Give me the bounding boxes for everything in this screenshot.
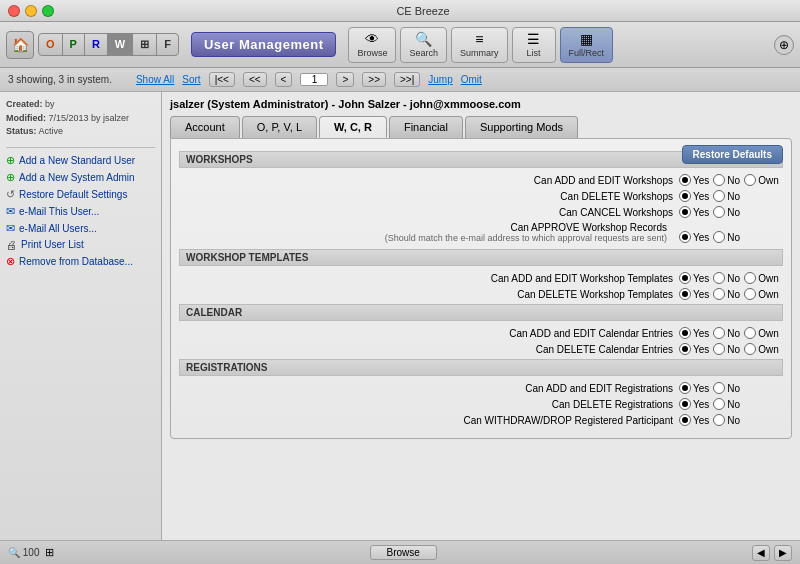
registrations-header: REGISTRATIONS	[179, 359, 783, 376]
radio-dot	[744, 343, 756, 355]
delete-templates-own[interactable]: Own	[744, 288, 779, 300]
radio-dot	[744, 174, 756, 186]
add-standard-action[interactable]: ⊕ Add a New Standard User	[6, 152, 155, 169]
tab-opvl[interactable]: O, P, V, L	[242, 116, 317, 138]
delete-workshops-yes[interactable]: Yes	[679, 190, 709, 202]
withdraw-registrations-label: Can WITHDRAW/DROP Registered Participant	[463, 415, 673, 426]
summary-label: Summary	[460, 48, 499, 58]
toolbar-letter-o[interactable]: O	[39, 34, 63, 55]
delete-workshops-row: Can DELETE Workshops Yes No	[179, 190, 783, 202]
withdraw-registrations-no[interactable]: No	[713, 414, 740, 426]
tab-account[interactable]: Account	[170, 116, 240, 138]
approve-workshops-yes[interactable]: Yes	[679, 231, 709, 243]
approve-workshops-radios: Yes No	[679, 231, 779, 243]
add-edit-registrations-radios: Yes No	[679, 382, 779, 394]
radio-dot	[679, 414, 691, 426]
delete-templates-no[interactable]: No	[713, 288, 740, 300]
delete-registrations-yes[interactable]: Yes	[679, 398, 709, 410]
add-edit-workshops-no[interactable]: No	[713, 174, 740, 186]
nav-next-far-btn[interactable]: >>	[362, 72, 386, 87]
email-all-label: e-Mail All Users...	[19, 223, 97, 234]
remove-label: Remove from Database...	[19, 256, 133, 267]
created-value: by	[45, 99, 55, 109]
tab-financial[interactable]: Financial	[389, 116, 463, 138]
add-plus-icon: ⊕	[6, 154, 15, 167]
add-edit-workshops-yes[interactable]: Yes	[679, 174, 709, 186]
fullrect-button[interactable]: ▦ Full/Rect	[560, 27, 614, 63]
add-edit-workshops-own[interactable]: Own	[744, 174, 779, 186]
radio-dot	[713, 398, 725, 410]
withdraw-registrations-yes[interactable]: Yes	[679, 414, 709, 426]
summary-icon: ≡	[475, 31, 483, 47]
nav-next-btn[interactable]: >	[336, 72, 354, 87]
delete-templates-yes[interactable]: Yes	[679, 288, 709, 300]
toolbar-letter-p[interactable]: P	[63, 34, 85, 55]
tab-supporting-mods[interactable]: Supporting Mods	[465, 116, 578, 138]
delete-calendar-yes[interactable]: Yes	[679, 343, 709, 355]
browse-button[interactable]: 👁 Browse	[348, 27, 396, 63]
radio-dot	[713, 190, 725, 202]
toolbar-letter-f[interactable]: F	[157, 34, 178, 55]
cancel-workshops-row: Can CANCEL Workshops Yes No	[179, 206, 783, 218]
toolbar-letter-grid[interactable]: ⊞	[133, 34, 157, 55]
approve-workshops-no[interactable]: No	[713, 231, 740, 243]
nav-last-btn[interactable]: >>|	[394, 72, 420, 87]
email-all-action[interactable]: ✉ e-Mail All Users...	[6, 220, 155, 237]
search-button[interactable]: 🔍 Search	[400, 27, 447, 63]
zoom-value: 100	[23, 547, 40, 558]
delete-registrations-no[interactable]: No	[713, 398, 740, 410]
sort-link[interactable]: Sort	[182, 74, 200, 85]
cancel-workshops-no[interactable]: No	[713, 206, 740, 218]
status-nav-left[interactable]: ◀	[752, 545, 770, 561]
add-admin-action[interactable]: ⊕ Add a New System Admin	[6, 169, 155, 186]
jump-link[interactable]: Jump	[428, 74, 452, 85]
cancel-workshops-yes[interactable]: Yes	[679, 206, 709, 218]
email-this-action[interactable]: ✉ e-Mail This User...	[6, 203, 155, 220]
nav-prev-btn[interactable]: <	[275, 72, 293, 87]
delete-templates-label: Can DELETE Workshop Templates	[517, 289, 673, 300]
list-icon: ☰	[527, 31, 540, 47]
print-list-action[interactable]: 🖨 Print User List	[6, 237, 155, 253]
add-edit-calendar-yes[interactable]: Yes	[679, 327, 709, 339]
list-button[interactable]: ☰ List	[512, 27, 556, 63]
omit-link[interactable]: Omit	[461, 74, 482, 85]
delete-workshops-no[interactable]: No	[713, 190, 740, 202]
remove-db-action[interactable]: ⊗ Remove from Database...	[6, 253, 155, 270]
delete-calendar-no[interactable]: No	[713, 343, 740, 355]
nav-first-btn[interactable]: |<<	[209, 72, 235, 87]
add-admin-label: Add a New System Admin	[19, 172, 135, 183]
close-button[interactable]	[8, 5, 20, 17]
user-header: jsalzer (System Administrator) - John Sa…	[170, 98, 792, 110]
add-edit-templates-no[interactable]: No	[713, 272, 740, 284]
radio-dot	[679, 343, 691, 355]
restore-defaults-btn[interactable]: Restore Defaults	[682, 145, 783, 164]
tab-wcr[interactable]: W, C, R	[319, 116, 387, 138]
zoom-button[interactable]	[42, 5, 54, 17]
delete-calendar-own[interactable]: Own	[744, 343, 779, 355]
toolbar-zoom-btn[interactable]: ⊕	[774, 35, 794, 55]
toolbar-letter-w[interactable]: W	[108, 34, 133, 55]
summary-button[interactable]: ≡ Summary	[451, 27, 508, 63]
add-edit-registrations-no[interactable]: No	[713, 382, 740, 394]
add-edit-calendar-own[interactable]: Own	[744, 327, 779, 339]
restore-defaults-action[interactable]: ↺ Restore Default Settings	[6, 186, 155, 203]
email-all-icon: ✉	[6, 222, 15, 235]
status-nav-right[interactable]: ▶	[774, 545, 792, 561]
radio-dot	[679, 190, 691, 202]
delete-templates-row: Can DELETE Workshop Templates Yes No Own	[179, 288, 783, 300]
nav-prev-far-btn[interactable]: <<	[243, 72, 267, 87]
search-label: Search	[409, 48, 438, 58]
add-edit-registrations-yes[interactable]: Yes	[679, 382, 709, 394]
add-edit-templates-yes[interactable]: Yes	[679, 272, 709, 284]
restore-label: Restore Default Settings	[19, 189, 127, 200]
add-edit-templates-own[interactable]: Own	[744, 272, 779, 284]
show-all-link[interactable]: Show All	[136, 74, 174, 85]
zoom-percent: ⊞	[45, 546, 54, 559]
minimize-button[interactable]	[25, 5, 37, 17]
add-edit-calendar-no[interactable]: No	[713, 327, 740, 339]
radio-dot	[679, 288, 691, 300]
toolbar-letter-r[interactable]: R	[85, 34, 108, 55]
nav-page-input[interactable]	[300, 73, 328, 86]
status-value: Active	[39, 126, 64, 136]
home-button[interactable]: 🏠	[6, 31, 34, 59]
